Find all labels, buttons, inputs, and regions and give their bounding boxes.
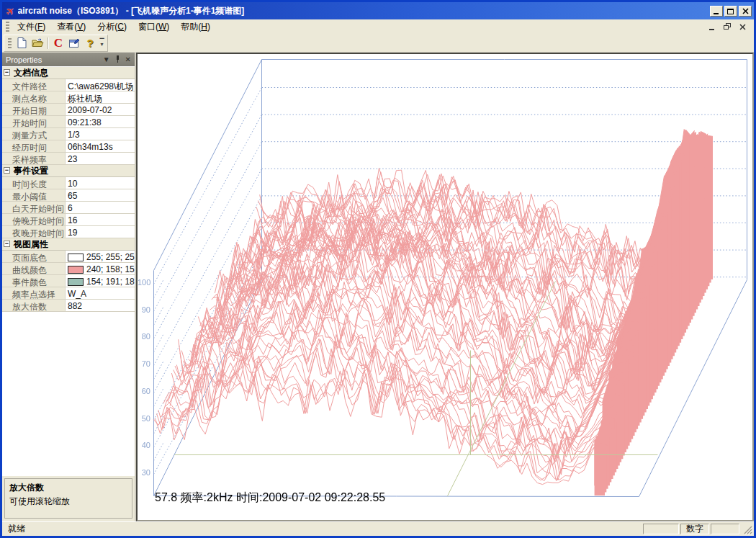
color-swatch[interactable] [68, 254, 84, 261]
prop-value[interactable]: C:\awa6298\机场 [66, 79, 135, 91]
property-grid: − 文档信息 文件路径 C:\awa6298\机场 测点名称 栎社机场 开始日期… [2, 66, 135, 476]
toolbar-separator [48, 37, 48, 49]
property-help-box: 放大倍数 可使用滚轮缩放 [4, 478, 132, 519]
prop-value[interactable]: 06h34m13s [66, 140, 135, 152]
prop-row-site-name: 测点名称 栎社机场 [2, 91, 135, 104]
prop-value[interactable]: 154; 191; 18 [66, 275, 135, 287]
y-tick-label: 60 [138, 387, 150, 395]
prop-value[interactable]: 6 [66, 202, 135, 213]
y-tick-label: 50 [138, 414, 150, 423]
tool-bar: C ? ▔▾ [2, 34, 754, 53]
panel-dropdown-icon[interactable]: ▼ [103, 56, 110, 63]
mdi-close-icon[interactable] [737, 22, 748, 32]
prop-row-curve-color: 曲线颜色 240; 158; 15 [2, 263, 135, 275]
status-text: 就绪 [4, 523, 643, 535]
prop-value[interactable]: 2009-07-02 [66, 104, 135, 115]
prop-row-day-start: 白天开始时间 6 [2, 202, 135, 214]
color-swatch[interactable] [68, 266, 84, 274]
mdi-minimize-icon[interactable] [707, 22, 718, 32]
status-bar: 就绪 数字 [2, 521, 754, 536]
collapse-icon[interactable]: − [4, 167, 10, 174]
resize-grip-icon[interactable] [742, 524, 752, 534]
status-pane-num: 数字 [680, 524, 709, 534]
section-view-properties[interactable]: − 视图属性 [2, 238, 135, 251]
menu-help[interactable]: 帮助(H) [175, 19, 216, 35]
properties-dialog-icon[interactable] [66, 36, 82, 50]
properties-panel-title: Properties [6, 55, 99, 64]
help-icon[interactable]: ? [82, 36, 98, 50]
section-event-settings[interactable]: − 事件设置 [2, 165, 135, 177]
prop-value[interactable]: 栎社机场 [66, 91, 135, 103]
status-pane-1 [643, 524, 679, 534]
calibrate-c-icon[interactable]: C [50, 36, 66, 50]
prop-value[interactable]: 882 [66, 300, 135, 311]
menu-analysis[interactable]: 分析(C) [91, 19, 132, 35]
properties-panel: Properties ▼ ✕ − 文档信息 文件路径 C:\awa6298\机场… [2, 53, 136, 521]
y-tick-label: 70 [138, 359, 150, 368]
prop-value[interactable]: 240; 158; 15 [66, 263, 135, 274]
prop-row-sample-rate: 采样频率 23 [2, 153, 135, 165]
prop-value[interactable]: 65 [66, 189, 135, 201]
prop-row-night-start: 夜晚开始时间 19 [2, 226, 135, 238]
app-airplane-icon: ✈ [4, 4, 17, 18]
main-area: Properties ▼ ✕ − 文档信息 文件路径 C:\awa6298\机场… [2, 53, 754, 521]
window-title: aircraft noise（ISO3891） - [飞机噪声分析1-事件1频谱… [18, 5, 710, 17]
y-tick-label: 80 [138, 332, 150, 341]
waterfall-canvas[interactable] [138, 54, 752, 520]
status-pane-3 [711, 524, 739, 534]
prop-row-zoom-factor: 放大倍数 882 [2, 300, 135, 312]
prop-value[interactable]: 1/3 [66, 128, 135, 140]
menubar-grip-icon[interactable] [6, 22, 9, 32]
help-box-title: 放大倍数 [9, 482, 127, 494]
chart-client: 10090807060504030 57.8 频率:2kHz 时间:2009-0… [138, 54, 752, 520]
spectrum-chart-window: 10090807060504030 57.8 频率:2kHz 时间:2009-0… [136, 53, 754, 521]
prop-value[interactable]: 09:21:38 [66, 116, 135, 127]
prop-value[interactable]: W_A [66, 287, 135, 299]
y-tick-label: 100 [138, 278, 150, 287]
prop-value[interactable]: 255; 255; 25 [66, 251, 135, 262]
open-folder-icon[interactable] [30, 36, 45, 50]
prop-value[interactable]: 23 [66, 153, 135, 164]
menu-file[interactable]: 文件(F) [12, 19, 51, 35]
prop-row-start-date: 开始日期 2009-07-02 [2, 104, 135, 116]
y-tick-label: 30 [138, 468, 150, 477]
prop-value[interactable]: 19 [66, 226, 135, 238]
menu-view[interactable]: 查看(V) [51, 19, 91, 35]
prop-value[interactable]: 16 [66, 214, 135, 225]
prop-row-start-time: 开始时间 09:21:38 [2, 116, 135, 128]
prop-row-file-path: 文件路径 C:\awa6298\机场 [2, 79, 135, 91]
section-document-info[interactable]: − 文档信息 [2, 67, 135, 79]
panel-close-icon[interactable]: ✕ [125, 56, 131, 63]
toolbar-grip-icon[interactable] [8, 38, 12, 48]
mdi-restore-icon[interactable] [722, 22, 733, 32]
help-box-text: 可使用滚轮缩放 [9, 496, 127, 508]
prop-row-evening-start: 傍晚开始时间 16 [2, 214, 135, 226]
minimize-button[interactable] [710, 6, 723, 17]
properties-panel-header[interactable]: Properties ▼ ✕ [2, 53, 135, 66]
close-button[interactable] [739, 6, 752, 17]
y-tick-label: 90 [138, 305, 150, 314]
cursor-readout: 57.8 频率:2kHz 时间:2009-07-02 09:22:28.55 [155, 490, 385, 506]
prop-row-measure-mode: 测量方式 1/3 [2, 128, 135, 140]
menu-bar: 文件(F) 查看(V) 分析(C) 窗口(W) 帮助(H) [2, 19, 754, 34]
toolbar-overflow-icon[interactable]: ▔▾ [98, 36, 106, 50]
color-swatch[interactable] [68, 278, 84, 286]
prop-row-page-color: 页面底色 255; 255; 25 [2, 251, 135, 263]
collapse-icon[interactable]: − [4, 241, 10, 247]
menu-window[interactable]: 窗口(W) [132, 19, 175, 35]
new-document-icon[interactable] [14, 36, 30, 50]
prop-row-elapsed-time: 经历时间 06h34m13s [2, 140, 135, 153]
prop-row-event-color: 事件颜色 154; 191; 18 [2, 275, 135, 287]
title-bar[interactable]: ✈ aircraft noise（ISO3891） - [飞机噪声分析1-事件1… [2, 2, 754, 19]
y-tick-label: 40 [138, 441, 150, 449]
maximize-button[interactable] [724, 6, 737, 17]
app-window: ✈ aircraft noise（ISO3891） - [飞机噪声分析1-事件1… [0, 0, 756, 538]
collapse-icon[interactable]: − [4, 69, 10, 76]
prop-row-time-length: 时间长度 10 [2, 177, 135, 189]
panel-pin-icon[interactable] [114, 55, 121, 64]
prop-row-freq-point: 频率点选择 W_A [2, 287, 135, 300]
prop-row-min-threshold: 最小阈值 65 [2, 189, 135, 202]
prop-value[interactable]: 10 [66, 177, 135, 189]
